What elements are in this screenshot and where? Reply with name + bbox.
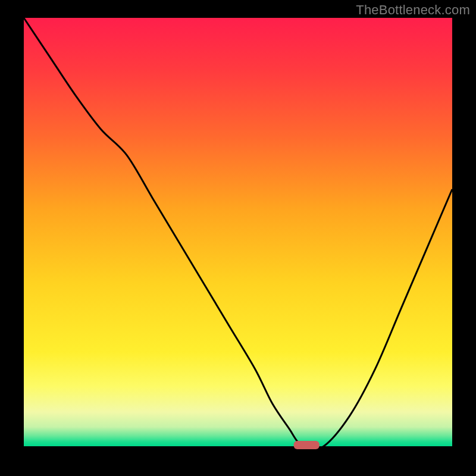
bottleneck-chart xyxy=(0,0,476,476)
chart-frame: TheBottleneck.com xyxy=(0,0,476,476)
plot-background xyxy=(24,18,452,446)
optimal-marker xyxy=(294,441,320,449)
